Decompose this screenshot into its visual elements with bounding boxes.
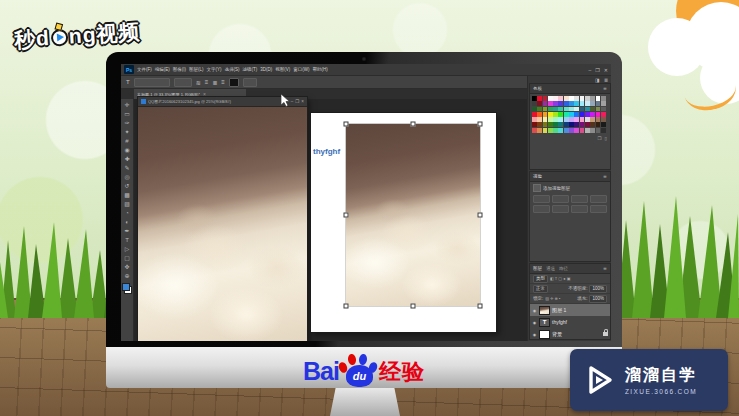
font-family-select[interactable] [134, 78, 170, 87]
pasted-photo-layer[interactable] [345, 123, 481, 307]
color-swatch[interactable] [537, 96, 542, 101]
color-swatch[interactable] [590, 101, 595, 106]
panel-menu-icon[interactable]: ≣ [603, 266, 607, 271]
font-size-select[interactable] [174, 78, 192, 87]
transform-handle[interactable] [478, 213, 483, 218]
color-swatch[interactable] [585, 117, 590, 122]
color-swatch[interactable] [585, 128, 590, 133]
color-swatch[interactable] [569, 128, 574, 133]
color-swatch[interactable] [548, 128, 553, 133]
color-swatch[interactable] [596, 112, 601, 117]
color-swatch[interactable] [543, 128, 548, 133]
color-swatch[interactable] [596, 117, 601, 122]
color-swatch[interactable] [569, 112, 574, 117]
color-swatch[interactable] [532, 112, 537, 117]
crop-tool-icon[interactable]: # [125, 137, 128, 145]
color-swatch[interactable] [580, 96, 585, 101]
lasso-tool-icon[interactable]: ✑ [124, 119, 129, 127]
foreground-background-swatch[interactable] [122, 283, 132, 294]
transform-handle[interactable] [411, 122, 416, 127]
color-swatch[interactable] [574, 112, 579, 117]
fill-value[interactable]: 100% [589, 295, 607, 303]
marquee-tool-icon[interactable]: ▭ [124, 110, 130, 118]
color-swatch[interactable] [569, 122, 574, 127]
color-swatch[interactable] [543, 107, 548, 112]
menu-item[interactable]: 文字(Y) [207, 67, 222, 72]
color-swatch[interactable] [558, 96, 563, 101]
color-swatch[interactable] [543, 96, 548, 101]
tab-paths[interactable]: 路径 [559, 266, 568, 271]
color-swatch[interactable] [569, 107, 574, 112]
transform-handle[interactable] [478, 122, 483, 127]
menu-item[interactable]: 选择(S) [225, 67, 240, 72]
color-swatch[interactable] [585, 112, 590, 117]
adjustment-button[interactable] [552, 205, 569, 213]
warp-text-button[interactable] [243, 78, 257, 87]
color-swatch[interactable] [580, 128, 585, 133]
opacity-value[interactable]: 100% [589, 285, 607, 293]
filter-type-select[interactable]: 类型 [533, 275, 548, 283]
color-swatch[interactable] [585, 101, 590, 106]
eyedropper-tool-icon[interactable]: ◉ [124, 146, 129, 154]
color-swatch[interactable] [564, 101, 569, 106]
color-swatch[interactable] [580, 112, 585, 117]
canvas-text-layer[interactable]: thyfghf [313, 147, 340, 156]
color-swatch[interactable] [553, 101, 558, 106]
color-swatch[interactable] [532, 128, 537, 133]
minimize-icon[interactable]: – [291, 99, 294, 104]
color-swatch[interactable] [548, 122, 553, 127]
color-swatch[interactable] [553, 96, 558, 101]
color-swatch[interactable] [564, 117, 569, 122]
path-select-tool-icon[interactable]: ▷ [125, 245, 130, 253]
color-swatch[interactable] [574, 101, 579, 106]
color-swatch[interactable] [590, 107, 595, 112]
dodge-tool-icon[interactable]: ◐ [125, 218, 129, 226]
menu-item[interactable]: 滤镜(T) [243, 67, 258, 72]
color-swatch[interactable] [558, 107, 563, 112]
color-swatch[interactable] [548, 96, 553, 101]
color-swatch[interactable] [532, 122, 537, 127]
color-swatch[interactable] [553, 128, 558, 133]
healing-brush-tool-icon[interactable]: ✚ [124, 155, 129, 163]
blur-tool-icon[interactable]: ◔ [125, 209, 129, 217]
color-swatch[interactable] [543, 117, 548, 122]
color-swatch[interactable] [574, 96, 579, 101]
new-swatch-icon[interactable]: ❒ [597, 136, 601, 141]
brush-tool-icon[interactable]: ✎ [124, 164, 129, 172]
color-swatch[interactable] [558, 101, 563, 106]
color-swatch[interactable] [558, 112, 563, 117]
color-swatch[interactable] [558, 122, 563, 127]
foreground-color-swatch[interactable] [122, 283, 130, 291]
minimize-button[interactable]: – [589, 67, 592, 73]
menu-item[interactable]: 图像(I) [173, 67, 186, 72]
color-swatch[interactable] [548, 112, 553, 117]
color-swatch[interactable] [601, 96, 606, 101]
transform-handle[interactable] [478, 304, 483, 309]
adjustment-button[interactable] [571, 205, 588, 213]
transform-handle[interactable] [344, 122, 349, 127]
color-swatch[interactable] [537, 117, 542, 122]
adjustment-button[interactable] [552, 195, 569, 203]
magic-wand-tool-icon[interactable]: ✦ [124, 128, 129, 136]
zoom-tool-icon[interactable]: ⊕ [124, 272, 129, 280]
close-icon[interactable]: × [301, 99, 304, 104]
color-swatch[interactable] [543, 122, 548, 127]
color-swatch[interactable] [569, 96, 574, 101]
color-swatch[interactable] [553, 117, 558, 122]
color-swatch[interactable] [564, 107, 569, 112]
layer-row[interactable]: ◉图层 1 [530, 304, 610, 316]
color-swatch[interactable] [543, 112, 548, 117]
type-tool-icon[interactable]: T [125, 236, 129, 244]
color-swatch[interactable] [553, 107, 558, 112]
color-swatch[interactable] [564, 122, 569, 127]
color-swatch[interactable] [537, 122, 542, 127]
floating-image-window[interactable]: QQ图片20160623102345.jpg @ 25%(RGB/8#) – ❐… [138, 97, 307, 341]
color-swatch[interactable] [574, 107, 579, 112]
color-swatch[interactable] [585, 107, 590, 112]
restore-icon[interactable]: ❐ [295, 99, 299, 104]
color-swatch[interactable] [601, 122, 606, 127]
color-swatch[interactable] [596, 107, 601, 112]
color-swatch[interactable] [590, 117, 595, 122]
adjustment-button[interactable] [533, 205, 550, 213]
color-swatch[interactable] [537, 107, 542, 112]
